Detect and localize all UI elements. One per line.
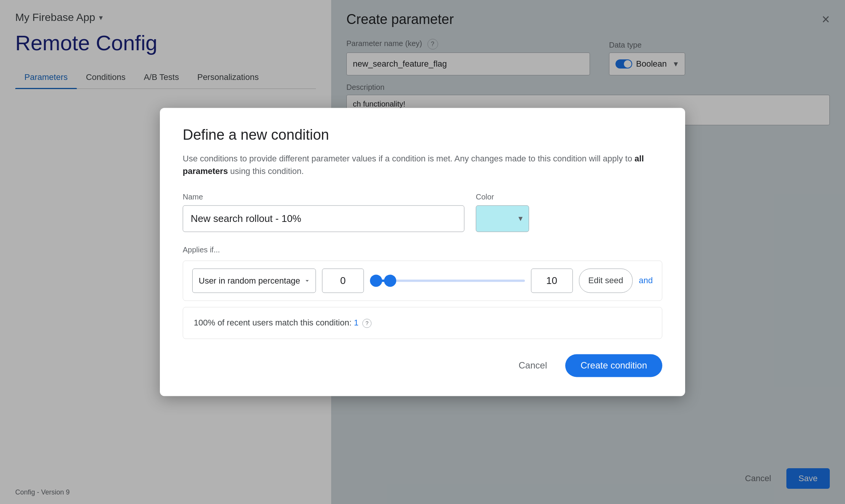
condition-row: User in random percentage Edit seed and (183, 260, 662, 301)
condition-color-picker[interactable]: ▾ (476, 205, 529, 232)
edit-seed-button[interactable]: Edit seed (579, 268, 633, 293)
modal-desc-text1: Use conditions to provide different para… (183, 154, 632, 163)
condition-name-input[interactable] (183, 205, 464, 232)
slider-thumb-left[interactable] (370, 274, 382, 287)
condition-color-label: Color (476, 193, 529, 201)
match-count: 1 (354, 318, 359, 327)
condition-name-group: Name (183, 193, 464, 232)
modal-create-button[interactable]: Create condition (565, 354, 662, 377)
match-info-box: 100% of recent users match this conditio… (183, 307, 662, 339)
condition-type-select[interactable]: User in random percentage (192, 268, 316, 293)
modal-footer: Cancel Create condition (183, 354, 662, 377)
name-color-row: Name Color ▾ (183, 193, 662, 232)
and-link[interactable]: and (639, 276, 653, 285)
modal-cancel-button[interactable]: Cancel (510, 355, 556, 376)
condition-name-label: Name (183, 193, 464, 201)
slider-track (370, 279, 525, 282)
define-condition-modal: Define a new condition Use conditions to… (160, 108, 685, 396)
slider-container[interactable] (370, 268, 525, 293)
range-start-input[interactable] (322, 268, 364, 293)
slider-thumb-right[interactable] (384, 274, 396, 287)
modal-desc-text3: using this condition. (230, 166, 304, 176)
applies-if-label: Applies if... (183, 246, 662, 254)
match-info-help-icon[interactable]: ? (362, 319, 371, 328)
condition-color-group: Color ▾ (476, 193, 529, 232)
range-end-input[interactable] (531, 268, 573, 293)
modal-title: Define a new condition (183, 127, 662, 143)
modal-description: Use conditions to provide different para… (183, 152, 662, 177)
match-info-text: 100% of recent users match this conditio… (194, 318, 352, 327)
color-dropdown-arrow-icon: ▾ (518, 214, 523, 223)
